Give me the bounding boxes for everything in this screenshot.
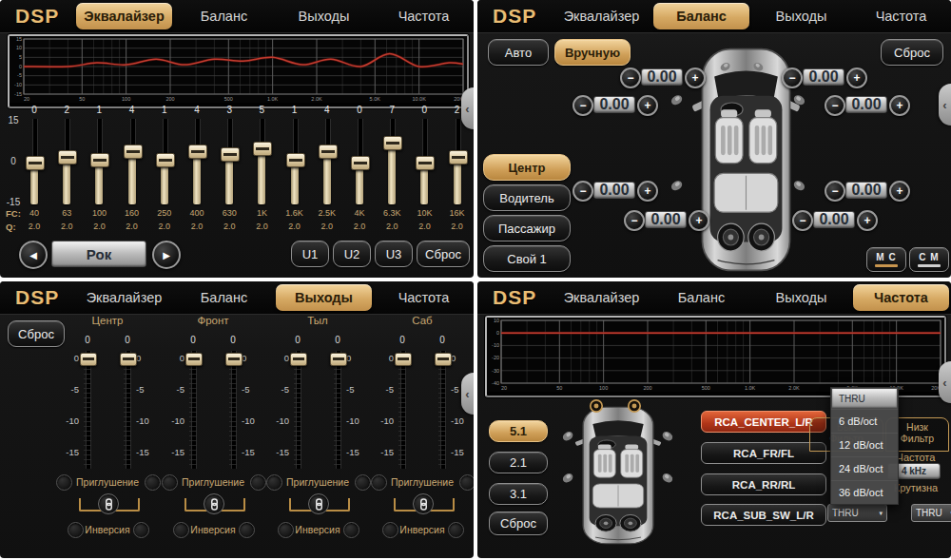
eq-band-slider[interactable]: 5	[245, 105, 278, 207]
output-slider-knob[interactable]	[225, 353, 243, 366]
mc-button[interactable]: M C	[866, 247, 906, 272]
rca-button-1[interactable]: RCA_CENTER_L/R	[701, 411, 826, 433]
balance-minus-button[interactable]: −	[620, 68, 641, 88]
eq-slider-knob[interactable]	[188, 145, 207, 159]
tab-outputs[interactable]: Выходы	[276, 3, 372, 29]
position-passenger-button[interactable]: Пассажир	[483, 215, 571, 241]
position-center-button[interactable]: Центр	[483, 154, 571, 181]
output-slider-knob[interactable]	[185, 353, 203, 366]
link-channels-button[interactable]	[204, 493, 224, 514]
output-slider-knob[interactable]	[435, 353, 452, 366]
balance-minus-button[interactable]: −	[782, 68, 803, 88]
eq-band-slider[interactable]: 4	[116, 105, 148, 207]
output-slider-knob[interactable]	[290, 353, 307, 366]
preset-prev-button[interactable]: ◀	[19, 241, 48, 269]
eq-slider-knob[interactable]	[253, 142, 272, 156]
panel-collapse-handle[interactable]: ‹	[939, 84, 951, 126]
tab-balance[interactable]: Баланс	[176, 3, 272, 29]
balance-plus-button[interactable]: +	[857, 210, 878, 231]
invert-toggle-right[interactable]	[239, 522, 255, 538]
balance-plus-button[interactable]: +	[637, 181, 658, 202]
tab-outputs[interactable]: Выходы	[753, 284, 849, 311]
eq-slider-knob[interactable]	[26, 156, 45, 170]
balance-plus-button[interactable]: +	[889, 181, 910, 202]
mute-toggle-right[interactable]	[459, 474, 474, 491]
eq-slider-knob[interactable]	[124, 145, 143, 159]
mode-31-button[interactable]: 3.1	[489, 483, 548, 505]
user-preset-u1-button[interactable]: U1	[291, 241, 329, 267]
eq-slider-knob[interactable]	[383, 136, 402, 150]
position-custom1-button[interactable]: Свой 1	[483, 245, 571, 272]
balance-plus-button[interactable]: +	[637, 95, 658, 116]
balance-plus-button[interactable]: +	[846, 68, 867, 88]
preset-display[interactable]: Рок	[51, 241, 146, 267]
mode-51-button[interactable]: 5.1	[489, 420, 548, 442]
balance-minus-button[interactable]: −	[825, 95, 845, 116]
tab-outputs[interactable]: Выходы	[276, 284, 372, 311]
balance-plus-button[interactable]: +	[685, 68, 706, 88]
panel-collapse-handle[interactable]: ‹	[461, 373, 474, 415]
slope-select-high[interactable]: THRU ▾	[827, 504, 887, 522]
balance-reset-button[interactable]: Сброс	[881, 39, 943, 66]
balance-minus-button[interactable]: −	[624, 210, 645, 231]
user-preset-u3-button[interactable]: U3	[375, 241, 413, 267]
balance-plus-button[interactable]: +	[689, 210, 709, 231]
slope-option[interactable]: 6 dB/oct	[831, 409, 898, 433]
eq-slider-knob[interactable]	[58, 150, 77, 164]
eq-band-slider[interactable]: 0	[408, 105, 440, 207]
eq-band-slider[interactable]: 2	[50, 105, 83, 207]
output-slider-knob[interactable]	[120, 353, 137, 366]
mode-21-button[interactable]: 2.1	[489, 452, 548, 473]
slope-option[interactable]: 12 dB/oct	[831, 433, 898, 456]
output-slider-knob[interactable]	[330, 353, 347, 366]
link-channels-button[interactable]	[98, 493, 119, 514]
tab-frequency[interactable]: Частота	[376, 3, 472, 29]
tab-equalizer[interactable]: Эквалайзер	[553, 284, 650, 311]
eq-slider-knob[interactable]	[156, 153, 175, 167]
eq-slider-knob[interactable]	[319, 145, 338, 159]
tab-equalizer[interactable]: Эквалайзер	[553, 3, 650, 29]
output-slider-knob[interactable]	[395, 353, 412, 366]
eq-band-slider[interactable]: 1	[148, 105, 181, 207]
rca-button-3[interactable]: RCA_RR/RL	[701, 473, 826, 495]
slope-select-low[interactable]: THRU ▾	[911, 504, 951, 522]
tab-balance[interactable]: Баланс	[176, 284, 272, 311]
invert-toggle-right[interactable]	[133, 522, 149, 538]
preset-next-button[interactable]: ▶	[152, 241, 181, 269]
eq-band-slider[interactable]: 1	[279, 105, 311, 207]
balance-auto-button[interactable]: Авто	[488, 39, 549, 66]
eq-reset-button[interactable]: Сброс	[417, 241, 470, 267]
cm-button[interactable]: C M	[909, 247, 949, 272]
eq-band-slider[interactable]: 4	[311, 105, 343, 207]
tab-equalizer[interactable]: Эквалайзер	[76, 284, 172, 311]
tab-frequency[interactable]: Частота	[376, 284, 472, 311]
tab-balance[interactable]: Баланс	[653, 3, 749, 29]
tab-outputs[interactable]: Выходы	[753, 3, 849, 29]
eq-band-slider[interactable]: 0	[18, 105, 50, 207]
eq-band-slider[interactable]: 4	[181, 105, 213, 207]
balance-minus-button[interactable]: −	[573, 95, 593, 116]
eq-slider-knob[interactable]	[416, 156, 435, 170]
balance-minus-button[interactable]: −	[825, 181, 845, 202]
eq-band-slider[interactable]: 3	[213, 105, 245, 207]
invert-toggle-right[interactable]	[343, 522, 359, 538]
panel-collapse-handle[interactable]: ‹	[461, 87, 474, 129]
eq-slider-knob[interactable]	[90, 153, 109, 167]
eq-slider-knob[interactable]	[351, 156, 370, 170]
mute-toggle-right[interactable]	[145, 474, 161, 491]
slope-option[interactable]: 24 dB/oct	[831, 456, 898, 480]
eq-band-slider[interactable]: 7	[376, 105, 408, 207]
balance-manual-button[interactable]: Вручную	[554, 39, 631, 66]
invert-toggle-right[interactable]	[448, 522, 464, 538]
eq-band-slider[interactable]: 1	[83, 105, 115, 207]
eq-band-slider[interactable]: 0	[343, 105, 376, 207]
balance-minus-button[interactable]: −	[792, 210, 813, 231]
panel-collapse-handle[interactable]: ‹	[939, 361, 951, 403]
link-channels-button[interactable]	[413, 493, 434, 514]
link-channels-button[interactable]	[308, 493, 329, 514]
position-driver-button[interactable]: Водитель	[483, 184, 571, 211]
balance-plus-button[interactable]: +	[889, 95, 910, 116]
slope-option[interactable]: 36 dB/oct	[831, 480, 898, 504]
user-preset-u2-button[interactable]: U2	[333, 241, 371, 267]
frequency-reset-button[interactable]: Сброс	[489, 512, 548, 535]
